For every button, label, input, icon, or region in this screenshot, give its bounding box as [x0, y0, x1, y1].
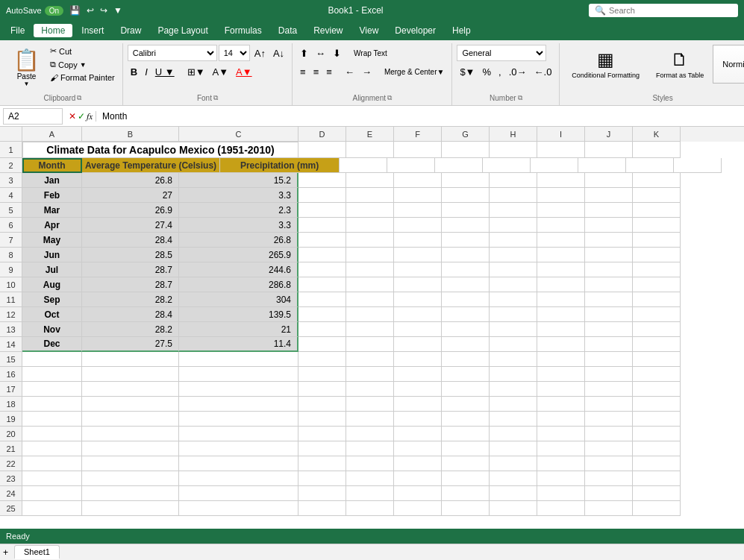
cell-17g[interactable]	[442, 382, 490, 397]
cell-8k[interactable]	[633, 248, 681, 262]
cell-20b[interactable]	[82, 427, 179, 441]
menu-help[interactable]: Help	[445, 24, 478, 37]
cell-19b[interactable]	[82, 412, 179, 427]
cell-18h[interactable]	[490, 397, 537, 412]
cell-3e[interactable]	[346, 173, 394, 188]
alignment-expand-icon[interactable]: ⧉	[387, 94, 392, 102]
cell-2e[interactable]	[387, 158, 435, 173]
cell-11b[interactable]: 28.2	[82, 292, 179, 307]
cell-17a[interactable]	[22, 382, 82, 397]
cell-6a[interactable]: Apr	[22, 218, 82, 233]
col-header-c[interactable]: C	[179, 127, 298, 142]
cell-10c[interactable]: 286.8	[179, 277, 298, 292]
cell-19k[interactable]	[633, 412, 681, 427]
cell-19j[interactable]	[585, 412, 633, 427]
cell-21i[interactable]	[537, 441, 585, 456]
confirm-formula-icon[interactable]: ✓	[78, 111, 85, 122]
cell-8c[interactable]: 265.9	[179, 248, 298, 262]
cell-18i[interactable]	[537, 397, 585, 412]
cell-2d[interactable]	[340, 158, 387, 173]
comma-button[interactable]: ,	[496, 63, 504, 80]
cell-14g[interactable]	[442, 337, 490, 352]
cell-22e[interactable]	[346, 456, 394, 471]
cell-18d[interactable]	[298, 397, 346, 412]
cell-20j[interactable]	[585, 427, 633, 441]
cell-25i[interactable]	[537, 501, 585, 516]
row-number-19[interactable]: 19	[0, 412, 22, 427]
cell-6i[interactable]	[537, 218, 585, 233]
cell-13k[interactable]	[633, 322, 681, 337]
cell-20e[interactable]	[346, 427, 394, 441]
cell-25h[interactable]	[490, 501, 537, 516]
cell-20k[interactable]	[633, 427, 681, 441]
cell-21d[interactable]	[298, 441, 346, 456]
cell-3b[interactable]: 26.8	[82, 173, 179, 188]
col-header-g[interactable]: G	[442, 127, 490, 142]
cell-9a[interactable]: Jul	[22, 262, 82, 277]
cut-button[interactable]: ✂ Cut	[47, 45, 118, 57]
cell-4c[interactable]: 3.3	[179, 188, 298, 203]
cell-21e[interactable]	[346, 441, 394, 456]
cell-24e[interactable]	[346, 486, 394, 501]
cell-6c[interactable]: 3.3	[179, 218, 298, 233]
cell-9g[interactable]	[442, 262, 490, 277]
cell-4d[interactable]	[298, 188, 346, 203]
cell-20a[interactable]	[22, 427, 82, 441]
font-expand-icon[interactable]: ⧉	[213, 94, 218, 102]
cell-1e[interactable]	[346, 142, 394, 158]
cell-19a[interactable]	[22, 412, 82, 427]
cell-24a[interactable]	[22, 486, 82, 501]
cell-13g[interactable]	[442, 322, 490, 337]
cell-24i[interactable]	[537, 486, 585, 501]
col-header-d[interactable]: D	[298, 127, 346, 142]
col-header-b[interactable]: B	[82, 127, 179, 142]
row-number-8[interactable]: 8	[0, 248, 22, 262]
cell-5b[interactable]: 26.9	[82, 203, 179, 218]
cell-2j[interactable]	[626, 158, 674, 173]
cell-10j[interactable]	[585, 277, 633, 292]
cell-23h[interactable]	[490, 471, 537, 486]
cell-7j[interactable]	[585, 233, 633, 248]
cell-17j[interactable]	[585, 382, 633, 397]
cell-8b[interactable]: 28.5	[82, 248, 179, 262]
cell-15b[interactable]	[82, 352, 179, 367]
cell-2a[interactable]: Month	[22, 158, 82, 173]
decrease-font-button[interactable]: A↓	[270, 45, 287, 61]
cell-7k[interactable]	[633, 233, 681, 248]
fill-color-button[interactable]: A▼	[210, 63, 232, 80]
row-number-4[interactable]: 4	[0, 188, 22, 203]
cell-9c[interactable]: 244.6	[179, 262, 298, 277]
cell-11k[interactable]	[633, 292, 681, 307]
increase-decimal-button[interactable]: .0→	[506, 63, 530, 80]
cell-22c[interactable]	[179, 456, 298, 471]
cell-2h[interactable]	[531, 158, 578, 173]
cell-13e[interactable]	[346, 322, 394, 337]
cell-13b[interactable]: 28.2	[82, 322, 179, 337]
cell-1f[interactable]	[394, 142, 442, 158]
col-header-a[interactable]: A	[22, 127, 82, 142]
row-number-15[interactable]: 15	[0, 352, 22, 367]
menu-review[interactable]: Review	[306, 24, 350, 37]
cell-7h[interactable]	[490, 233, 537, 248]
cell-22f[interactable]	[394, 456, 442, 471]
cell-13j[interactable]	[585, 322, 633, 337]
cell-2k[interactable]	[674, 158, 722, 173]
align-center-button[interactable]: ≡	[310, 63, 322, 80]
cell-7c[interactable]: 26.8	[179, 233, 298, 248]
cell-8g[interactable]	[442, 248, 490, 262]
cell-13h[interactable]	[490, 322, 537, 337]
cell-11f[interactable]	[394, 292, 442, 307]
cell-19d[interactable]	[298, 412, 346, 427]
cell-3j[interactable]	[585, 173, 633, 188]
cell-15a[interactable]	[22, 352, 82, 367]
row-number-23[interactable]: 23	[0, 471, 22, 486]
cell-14f[interactable]	[394, 337, 442, 352]
cell-22k[interactable]	[633, 456, 681, 471]
cell-18j[interactable]	[585, 397, 633, 412]
cell-3h[interactable]	[490, 173, 537, 188]
cell-5c[interactable]: 2.3	[179, 203, 298, 218]
cell-20i[interactable]	[537, 427, 585, 441]
cell-25g[interactable]	[442, 501, 490, 516]
col-header-i[interactable]: I	[537, 127, 585, 142]
cell-14d[interactable]	[298, 337, 346, 352]
